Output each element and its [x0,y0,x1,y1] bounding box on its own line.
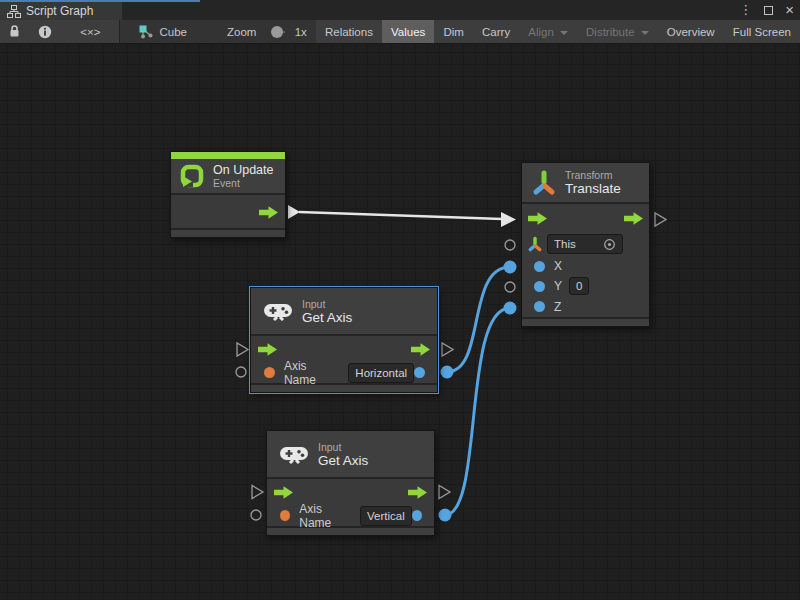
y-value-field[interactable]: 0 [569,277,589,295]
y-input-row: Y 0 [522,276,649,296]
zoom-slider[interactable] [273,31,284,33]
flow-row [251,336,437,362]
window-controls: ⋮ × [739,0,794,20]
this-object-field[interactable]: This [547,234,623,254]
flow-out-arrow-icon[interactable] [624,212,643,225]
axis-name-label: Axis Name [299,502,353,530]
axis-name-row: Axis Name Vertical [267,505,434,526]
window-menu-icon[interactable]: ⋮ [739,0,752,20]
tab-title: Script Graph [26,4,93,18]
align-button[interactable]: Align [519,20,577,43]
axis-name-port-dot[interactable] [280,510,290,521]
axis-name-port-dot[interactable] [264,367,275,378]
result-port-dot[interactable] [414,367,425,378]
lock-button[interactable] [0,20,29,43]
graph-name: Cube [160,26,188,38]
gamepad-icon [263,302,293,321]
x-label: X [554,259,562,273]
zoom-label: Zoom [218,20,265,43]
node-category: Input [318,441,368,453]
zoom-value: 1x [293,20,316,43]
transform-icon [532,169,556,196]
node-footer [251,385,437,392]
distribute-button[interactable]: Distribute [577,20,658,43]
info-icon [38,25,52,39]
flow-in-arrow-icon[interactable] [258,343,277,356]
script-graph-icon [7,5,21,18]
graph-reference-button[interactable]: Cube [130,20,197,43]
axis-name-row: Axis Name Horizontal [251,362,437,383]
this-row: This [522,232,649,256]
flow-out-arrow-icon[interactable] [411,343,430,356]
fullscreen-button[interactable]: Full Screen [724,20,800,43]
node-title: Get Axis [302,310,352,325]
node-subtitle: Event [213,177,273,189]
close-icon[interactable]: × [785,0,794,20]
transform-mini-icon [528,236,542,252]
node-title: Get Axis [318,453,368,468]
info-button[interactable] [29,20,61,43]
lock-icon [9,25,20,38]
node-footer [171,230,285,237]
on-update-icon [179,163,205,189]
node-get-axis-horizontal[interactable]: Input Get Axis Axis Name Horizontal [250,287,438,393]
node-title: On Update [213,163,273,177]
tab-bar: Script Graph ⋮ × [0,0,800,20]
object-picker-icon[interactable] [603,238,616,251]
graph-toolbar: <×> Cube Zoom 1x Relations Values Dim [0,20,800,44]
z-label: Z [554,300,561,314]
carry-button[interactable]: Carry [473,20,519,43]
axis-name-field[interactable]: Horizontal [348,363,414,383]
flow-out-arrow-icon[interactable] [408,486,427,499]
event-stripe [171,152,285,159]
node-translate[interactable]: Transform Translate This [521,162,650,327]
z-input-row: Z [522,296,649,317]
node-category: Transform [565,169,621,181]
dropdown-caret-icon [641,31,649,35]
dim-button[interactable]: Dim [434,20,472,43]
zoom-slider-handle[interactable] [271,26,283,38]
axis-name-label: Axis Name [284,359,341,387]
x-input-row: X [522,256,649,276]
node-category: Input [302,298,352,310]
x-port-dot[interactable] [534,261,545,272]
script-graph-window: Script Graph ⋮ × <×> [0,0,800,600]
y-port-dot[interactable] [534,281,545,292]
gamepad-icon [279,445,309,464]
node-footer [522,319,649,326]
y-label: Y [554,279,562,293]
result-port-dot[interactable] [412,510,422,521]
edit-graph-button[interactable]: <×> [61,20,119,43]
graph-nest-icon [139,25,154,39]
flow-in-arrow-icon[interactable] [274,486,293,499]
node-title: Translate [565,181,621,196]
z-port-dot[interactable] [534,301,545,312]
relations-button[interactable]: Relations [316,20,382,43]
flow-row [522,204,649,232]
overview-button[interactable]: Overview [658,20,724,43]
flow-in-arrow-icon[interactable] [528,212,547,225]
flow-out-arrow-icon[interactable] [259,206,278,219]
edit-graph-glyph: <×> [80,26,100,38]
values-button[interactable]: Values [382,20,434,43]
node-get-axis-vertical[interactable]: Input Get Axis Axis Name Vertical [266,430,435,536]
node-on-update[interactable]: On Update Event [170,151,286,238]
axis-name-field[interactable]: Vertical [360,506,412,526]
maximize-icon[interactable] [764,6,773,15]
tab-script-graph[interactable]: Script Graph [0,2,122,20]
dropdown-caret-icon [560,31,568,35]
